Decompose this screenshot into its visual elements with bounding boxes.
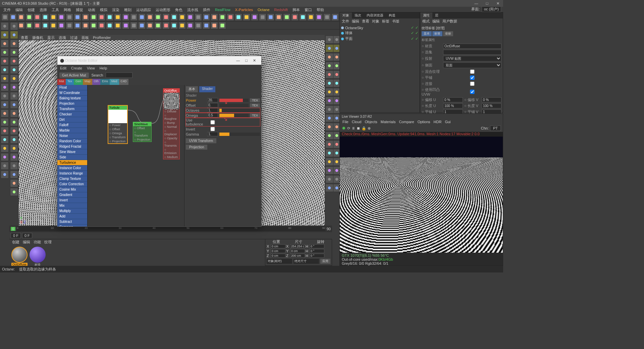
offset-slider[interactable] xyxy=(219,104,249,107)
rail-button[interactable] xyxy=(1,153,9,161)
material-ball-1[interactable] xyxy=(11,247,28,263)
toolbar-button[interactable] xyxy=(331,13,339,21)
rail-button[interactable] xyxy=(1,136,9,144)
proj-button[interactable]: Projection xyxy=(186,145,207,150)
node-port[interactable]: ○ Offset xyxy=(108,127,127,131)
toolbar-button[interactable] xyxy=(98,22,105,29)
layout-dropdown[interactable]: oc (用户) xyxy=(482,6,501,12)
rail-button[interactable] xyxy=(325,97,333,105)
rail-button[interactable] xyxy=(10,92,18,100)
rail-button[interactable] xyxy=(10,83,18,91)
frame-cur[interactable]: 0 F xyxy=(22,233,32,238)
render-icon[interactable]: ✹ xyxy=(342,126,346,131)
node-port[interactable]: ○ Projection xyxy=(133,138,151,142)
minimize-button[interactable]: — xyxy=(473,1,480,6)
rail-button[interactable] xyxy=(10,188,18,196)
viewport-menu-item[interactable]: 查看 xyxy=(21,35,28,40)
toolbar-button[interactable] xyxy=(66,13,73,21)
menu-item[interactable]: 脚本 xyxy=(290,7,302,13)
toolbar-button[interactable] xyxy=(122,22,129,29)
node-list-item[interactable]: Instance Range xyxy=(57,171,87,176)
rail-button[interactable] xyxy=(1,22,9,30)
rail-button[interactable] xyxy=(10,57,18,65)
omega-input[interactable] xyxy=(207,113,218,117)
rail-button[interactable] xyxy=(325,158,333,166)
toolbar-button[interactable] xyxy=(170,13,178,21)
toolbar-button[interactable] xyxy=(146,22,154,29)
toolbar-button[interactable] xyxy=(162,13,170,21)
rail-button[interactable] xyxy=(1,48,9,56)
uvw-button[interactable]: UVW Transform xyxy=(186,138,216,143)
rail-button[interactable] xyxy=(325,149,333,157)
node-list-item[interactable]: Instance Color xyxy=(57,165,87,171)
menu-item[interactable]: 插件 xyxy=(201,7,212,13)
offset-input[interactable] xyxy=(207,103,218,107)
node-list-item[interactable]: Turbulence xyxy=(57,160,87,165)
toolbar-button[interactable] xyxy=(291,13,299,21)
toolbar-button[interactable] xyxy=(66,22,73,29)
node-list-item[interactable]: Add xyxy=(57,214,87,219)
rail-button[interactable] xyxy=(325,123,333,131)
oct-min[interactable]: — xyxy=(233,58,243,62)
toolbar-button[interactable] xyxy=(307,13,315,21)
coord-mode-2[interactable]: 绝对尺寸 xyxy=(293,259,319,264)
rail-button[interactable] xyxy=(10,127,18,135)
rail-button[interactable] xyxy=(325,184,333,192)
useturb-checkbox[interactable] xyxy=(207,120,218,124)
toolbar-button[interactable] xyxy=(42,22,49,29)
rail-button[interactable] xyxy=(325,132,333,140)
power-slider[interactable] xyxy=(219,99,249,102)
toolbar-button[interactable] xyxy=(82,22,89,29)
toolbar-button[interactable] xyxy=(74,13,81,21)
rail-button[interactable] xyxy=(1,118,9,126)
toolbar-button[interactable] xyxy=(90,13,97,21)
toolbar-button[interactable] xyxy=(251,13,258,21)
toolbar-button[interactable] xyxy=(25,13,33,21)
node-graph-canvas[interactable]: Turbule ○ Power○ Offset○ Omega○ Transfor… xyxy=(88,85,184,227)
node-list-item[interactable]: W Coordinate xyxy=(57,90,87,96)
toolbar-button[interactable] xyxy=(114,22,121,29)
oct-max[interactable]: □ xyxy=(243,58,250,62)
rail-button[interactable] xyxy=(325,140,333,148)
node-port[interactable]: ○ Displacer xyxy=(163,129,179,136)
toolbar-button[interactable] xyxy=(195,13,202,21)
node-port[interactable]: ○ Medium xyxy=(163,155,179,159)
rail-button[interactable] xyxy=(325,36,333,44)
rail-button[interactable] xyxy=(10,22,18,30)
toolbar-button[interactable] xyxy=(275,13,282,21)
node-list-item[interactable]: Subtract xyxy=(57,219,87,225)
menu-item[interactable]: 渲染 xyxy=(110,7,121,13)
rail-button[interactable] xyxy=(1,57,9,65)
rail-button[interactable] xyxy=(325,105,333,113)
rail-button[interactable] xyxy=(1,92,9,100)
node-port[interactable]: ○ Roughne xyxy=(163,113,179,121)
viewport-menu-item[interactable]: 过滤 xyxy=(70,35,77,40)
node-list-item[interactable]: Side xyxy=(57,155,87,160)
toolbar-button[interactable] xyxy=(203,22,210,29)
octaves-input[interactable] xyxy=(207,108,218,112)
menu-item[interactable]: 选择 xyxy=(38,7,49,13)
octane-search-input[interactable] xyxy=(106,72,132,78)
coord-mode-1[interactable]: 对象(相对) xyxy=(267,259,292,264)
toolbar-button[interactable] xyxy=(1,13,9,21)
rail-button[interactable] xyxy=(1,40,9,48)
node-port[interactable]: ○ Opacity xyxy=(163,136,179,140)
node-list-item[interactable]: Color Correction xyxy=(57,182,87,187)
rail-button[interactable] xyxy=(1,83,9,91)
toolbar-button[interactable] xyxy=(283,13,290,21)
stop-icon[interactable]: ⏹ xyxy=(357,126,360,130)
menu-item[interactable]: Redshift xyxy=(272,7,290,12)
object-tree-item[interactable]: 平面✓✓ xyxy=(341,36,418,42)
toolbar-button[interactable] xyxy=(299,13,307,21)
timeline-ruler[interactable]: 0102030405060708090 xyxy=(17,227,325,231)
gamma-slider[interactable] xyxy=(219,133,260,136)
node-list-item[interactable]: Sine Wave xyxy=(57,149,87,155)
maximize-button[interactable]: □ xyxy=(484,1,490,6)
menu-item[interactable]: 文件 xyxy=(1,7,13,13)
menu-item[interactable]: Octane xyxy=(256,7,271,12)
rail-button[interactable] xyxy=(10,153,18,161)
viewport-menu-item[interactable]: ProRender xyxy=(93,36,111,40)
rail-button[interactable] xyxy=(325,88,333,96)
invert-checkbox[interactable] xyxy=(207,127,218,131)
toolbar-button[interactable] xyxy=(195,22,202,29)
